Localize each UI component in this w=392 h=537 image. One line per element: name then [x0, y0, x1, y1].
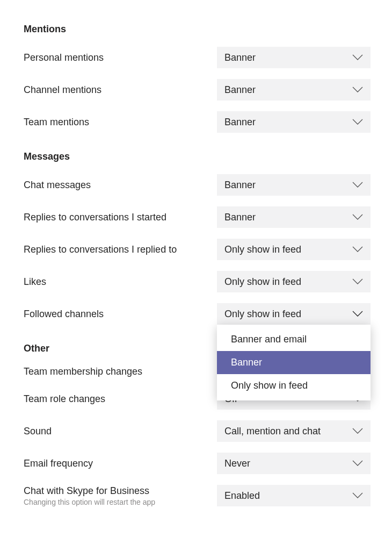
row-chat-messages: Chat messages Banner	[24, 174, 371, 196]
label-channel-mentions: Channel mentions	[24, 84, 217, 96]
select-value: Banner	[224, 117, 352, 128]
select-email-frequency[interactable]: Never	[217, 453, 371, 474]
label-likes: Likes	[24, 276, 217, 288]
select-likes[interactable]: Only show in feed	[217, 271, 371, 292]
row-email-frequency: Email frequency Never	[24, 453, 371, 474]
label-team-mentions: Team mentions	[24, 117, 217, 128]
chevron-down-icon	[352, 119, 363, 125]
label-sound: Sound	[24, 426, 217, 437]
select-value: Never	[224, 458, 352, 469]
select-chat-messages[interactable]: Banner	[217, 174, 371, 196]
dropdown-option-banner-and-email[interactable]: Banner and email	[217, 328, 371, 351]
chevron-down-icon	[352, 428, 363, 434]
select-value: Only show in feed	[224, 244, 352, 255]
label-replies-started: Replies to conversations I started	[24, 212, 217, 223]
select-replies-started[interactable]: Banner	[217, 206, 371, 228]
chevron-down-icon	[352, 278, 363, 285]
select-replies-replied[interactable]: Only show in feed	[217, 239, 371, 260]
chevron-down-icon	[352, 214, 363, 220]
label-replies-replied: Replies to conversations I replied to	[24, 244, 217, 255]
section-title-messages: Messages	[24, 151, 371, 162]
select-value: Only show in feed	[224, 276, 352, 288]
select-followed-channels[interactable]: Only show in feed	[217, 303, 371, 325]
chevron-down-icon	[352, 87, 363, 93]
label-personal-mentions: Personal mentions	[24, 52, 217, 63]
dropdown-option-only-show-in-feed[interactable]: Only show in feed	[217, 374, 371, 397]
select-value: Banner	[224, 212, 352, 223]
row-personal-mentions: Personal mentions Banner	[24, 47, 371, 68]
label-skype: Chat with Skype for Business Changing th…	[24, 485, 217, 506]
select-channel-mentions[interactable]: Banner	[217, 79, 371, 101]
row-channel-mentions: Channel mentions Banner	[24, 79, 371, 101]
chevron-down-icon	[352, 54, 363, 61]
select-value: Only show in feed	[224, 309, 352, 320]
select-skype[interactable]: Enabled	[217, 485, 371, 506]
chevron-down-icon	[352, 182, 363, 188]
section-title-mentions: Mentions	[24, 24, 371, 35]
dropdown-followed-channels: Banner and email Banner Only show in fee…	[217, 325, 371, 400]
select-value: Banner	[224, 180, 352, 191]
chevron-down-icon	[352, 492, 363, 499]
select-sound[interactable]: Call, mention and chat	[217, 420, 371, 442]
select-team-mentions[interactable]: Banner	[217, 111, 371, 133]
row-team-mentions: Team mentions Banner	[24, 111, 371, 133]
row-replies-replied: Replies to conversations I replied to On…	[24, 239, 371, 260]
row-replies-started: Replies to conversations I started Banne…	[24, 206, 371, 228]
dropdown-option-banner[interactable]: Banner	[217, 351, 371, 374]
select-value: Banner	[224, 84, 352, 96]
chevron-down-icon	[352, 246, 363, 253]
label-followed-channels: Followed channels	[24, 309, 217, 320]
chevron-down-icon	[352, 311, 363, 317]
row-followed-channels: Followed channels Only show in feed Bann…	[24, 303, 371, 325]
label-team-role: Team role changes	[24, 393, 217, 405]
select-personal-mentions[interactable]: Banner	[217, 47, 371, 68]
row-skype: Chat with Skype for Business Changing th…	[24, 485, 371, 506]
label-skype-text: Chat with Skype for Business	[24, 485, 217, 497]
select-value: Enabled	[224, 490, 352, 502]
chevron-down-icon	[352, 460, 363, 467]
label-team-membership: Team membership changes	[24, 366, 217, 377]
label-email-frequency: Email frequency	[24, 458, 217, 469]
row-likes: Likes Only show in feed	[24, 271, 371, 292]
row-sound: Sound Call, mention and chat	[24, 420, 371, 442]
label-skype-sub: Changing this option will restart the ap…	[24, 498, 217, 506]
select-value: Call, mention and chat	[224, 426, 352, 437]
select-value: Banner	[224, 52, 352, 63]
label-chat-messages: Chat messages	[24, 180, 217, 191]
